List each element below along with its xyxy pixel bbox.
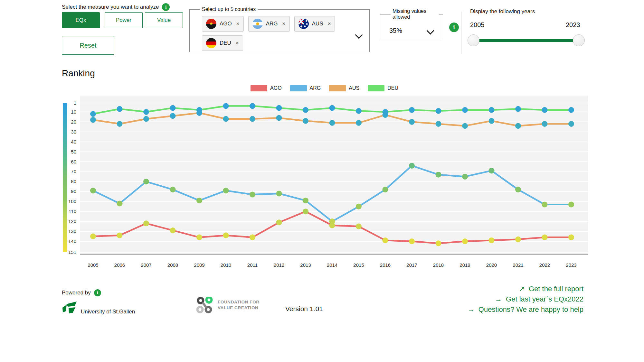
data-point-ARG-2013[interactable] [303, 198, 308, 203]
data-point-DEU-2006[interactable] [117, 106, 123, 112]
data-point-AUS-2007[interactable] [143, 116, 149, 122]
data-point-ARG-2014[interactable] [329, 218, 335, 224]
slider-handle-end[interactable] [573, 34, 585, 46]
reset-button[interactable]: Reset [62, 36, 114, 55]
data-point-ARG-2018[interactable] [436, 172, 441, 178]
link-full-report[interactable]: ↗Get the full report [468, 284, 583, 294]
data-point-AGO-2011[interactable] [250, 235, 255, 240]
data-point-AUS-2014[interactable] [329, 120, 335, 126]
data-point-DEU-2017[interactable] [409, 107, 415, 113]
data-point-AGO-2013[interactable] [303, 209, 308, 214]
data-point-ARG-2010[interactable] [223, 188, 229, 193]
legend-item-deu[interactable]: DEU [368, 85, 398, 91]
powered-by-info-icon[interactable]: i [94, 289, 101, 296]
data-point-AGO-2005[interactable] [90, 234, 96, 239]
data-point-ARG-2009[interactable] [196, 198, 202, 203]
data-point-DEU-2015[interactable] [356, 108, 362, 114]
data-point-AUS-2005[interactable] [90, 117, 96, 123]
data-point-AGO-2007[interactable] [143, 220, 149, 226]
data-point-AUS-2021[interactable] [515, 123, 521, 129]
country-chip-deu[interactable]: DEU × [202, 35, 243, 51]
country-chip-ago[interactable]: AGO × [202, 16, 244, 32]
data-point-AGO-2008[interactable] [170, 227, 176, 233]
data-point-AUS-2010[interactable] [223, 116, 229, 122]
data-point-ARG-2023[interactable] [568, 202, 574, 208]
data-point-AGO-2015[interactable] [356, 224, 362, 229]
data-point-DEU-2021[interactable] [515, 106, 521, 112]
data-point-AUS-2018[interactable] [436, 121, 441, 127]
data-point-ARG-2006[interactable] [117, 200, 123, 206]
data-point-DEU-2007[interactable] [143, 109, 149, 115]
data-point-ARG-2005[interactable] [90, 188, 96, 193]
data-point-DEU-2023[interactable] [568, 107, 574, 113]
measure-button-value[interactable]: Value [145, 12, 183, 28]
data-point-AGO-2010[interactable] [223, 232, 229, 238]
data-point-AGO-2020[interactable] [489, 237, 495, 243]
data-point-DEU-2022[interactable] [542, 107, 548, 113]
data-point-AGO-2009[interactable] [196, 235, 202, 240]
data-point-AUS-2006[interactable] [117, 121, 123, 127]
data-point-DEU-2016[interactable] [383, 109, 388, 115]
data-point-AUS-2017[interactable] [409, 119, 415, 125]
data-point-ARG-2022[interactable] [542, 202, 548, 208]
data-point-AGO-2019[interactable] [462, 238, 468, 244]
remove-country-icon[interactable]: × [282, 21, 286, 27]
data-point-AGO-2022[interactable] [542, 235, 548, 240]
legend-item-aus[interactable]: AUS [329, 85, 359, 91]
data-point-ARG-2015[interactable] [356, 204, 362, 209]
data-point-ARG-2012[interactable] [276, 190, 282, 196]
data-point-AGO-2006[interactable] [117, 232, 123, 238]
data-point-DEU-2013[interactable] [303, 107, 308, 113]
data-point-AGO-2016[interactable] [383, 237, 388, 243]
data-point-ARG-2007[interactable] [143, 179, 149, 184]
data-point-ARG-2011[interactable] [250, 192, 255, 198]
data-point-AUS-2020[interactable] [489, 118, 495, 124]
measure-button-eqx[interactable]: EQx [62, 12, 100, 28]
data-point-DEU-2012[interactable] [276, 105, 282, 111]
data-point-DEU-2005[interactable] [90, 111, 96, 117]
chevron-down-icon[interactable] [355, 31, 363, 39]
data-point-DEU-2009[interactable] [196, 107, 202, 113]
data-point-DEU-2020[interactable] [489, 107, 495, 113]
data-point-ARG-2017[interactable] [409, 163, 415, 169]
measure-info-icon[interactable]: i [162, 3, 170, 11]
missing-values-dropdown[interactable]: 35% [384, 22, 439, 34]
legend-item-ago[interactable]: AGO [251, 85, 282, 91]
data-point-AUS-2019[interactable] [462, 123, 468, 129]
data-point-DEU-2019[interactable] [462, 107, 468, 113]
country-chip-aus[interactable]: AUS × [294, 16, 335, 32]
data-point-ARG-2016[interactable] [383, 187, 388, 192]
legend-item-arg[interactable]: ARG [290, 85, 321, 91]
country-chip-arg[interactable]: ARG × [248, 16, 290, 32]
data-point-AUS-2013[interactable] [303, 118, 308, 124]
data-point-ARG-2020[interactable] [489, 168, 495, 173]
missing-values-info-icon[interactable]: i [449, 23, 459, 32]
chevron-down-icon[interactable] [426, 27, 434, 34]
remove-country-icon[interactable]: × [236, 21, 240, 27]
data-point-ARG-2019[interactable] [462, 174, 468, 180]
years-range-slider[interactable] [468, 33, 585, 48]
data-point-AGO-2021[interactable] [515, 237, 521, 242]
measure-button-power[interactable]: Power [105, 12, 143, 28]
data-point-AGO-2023[interactable] [568, 235, 574, 240]
data-point-AGO-2017[interactable] [409, 238, 415, 244]
data-point-DEU-2011[interactable] [250, 103, 255, 109]
data-point-AUS-2011[interactable] [250, 116, 255, 122]
data-point-AUS-2012[interactable] [276, 115, 282, 121]
data-point-DEU-2010[interactable] [223, 103, 229, 109]
slider-handle-start[interactable] [468, 34, 479, 46]
slider-track[interactable] [473, 39, 580, 42]
data-point-ARG-2008[interactable] [170, 187, 176, 192]
data-point-DEU-2008[interactable] [170, 105, 176, 111]
remove-country-icon[interactable]: × [327, 21, 331, 27]
data-point-AGO-2018[interactable] [436, 240, 441, 246]
link-questions[interactable]: →Questions? We are happy to help [468, 304, 583, 315]
data-point-DEU-2018[interactable] [436, 108, 441, 114]
data-point-AUS-2023[interactable] [568, 121, 574, 127]
remove-country-icon[interactable]: × [236, 40, 239, 46]
data-point-ARG-2021[interactable] [515, 187, 521, 192]
data-point-AUS-2015[interactable] [356, 120, 362, 126]
link-last-year-eqx[interactable]: →Get last year´s EQx2022 [468, 294, 583, 304]
data-point-AUS-2008[interactable] [170, 113, 176, 119]
data-point-DEU-2014[interactable] [329, 105, 335, 111]
